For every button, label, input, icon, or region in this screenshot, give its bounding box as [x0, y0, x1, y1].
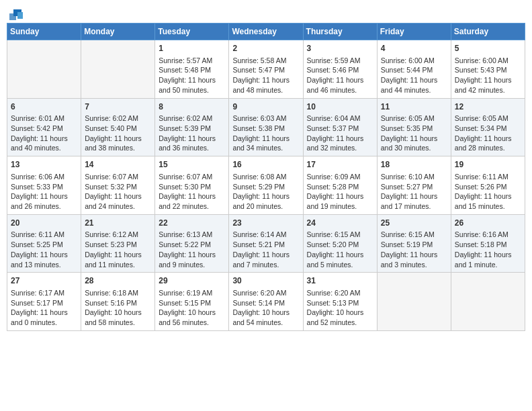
day-info: Sunrise: 6:05 AM Sunset: 5:34 PM Dayligh…: [455, 113, 521, 153]
day-info: Sunrise: 6:00 AM Sunset: 5:44 PM Dayligh…: [381, 56, 447, 95]
day-info: Sunrise: 6:11 AM Sunset: 5:25 PM Dayligh…: [11, 230, 77, 269]
header-cell-saturday: Saturday: [451, 24, 525, 40]
calendar-cell: 17Sunrise: 6:09 AM Sunset: 5:28 PM Dayli…: [303, 156, 377, 215]
day-number: 26: [455, 218, 521, 229]
day-info: Sunrise: 6:12 AM Sunset: 5:23 PM Dayligh…: [85, 230, 151, 269]
day-number: 12: [455, 101, 521, 113]
calendar-cell: [451, 273, 525, 331]
calendar-cell: [377, 273, 451, 331]
day-info: Sunrise: 6:19 AM Sunset: 5:15 PM Dayligh…: [159, 288, 225, 328]
day-info: Sunrise: 6:16 AM Sunset: 5:18 PM Dayligh…: [455, 230, 521, 269]
day-info: Sunrise: 6:09 AM Sunset: 5:28 PM Dayligh…: [307, 172, 373, 212]
day-number: 5: [455, 43, 521, 54]
calendar-cell: 25Sunrise: 6:15 AM Sunset: 5:19 PM Dayli…: [377, 214, 451, 273]
header-row: SundayMondayTuesdayWednesdayThursdayFrid…: [7, 24, 525, 40]
calendar-cell: 11Sunrise: 6:05 AM Sunset: 5:35 PM Dayli…: [377, 98, 451, 156]
day-info: Sunrise: 6:04 AM Sunset: 5:37 PM Dayligh…: [307, 113, 373, 153]
day-number: 30: [232, 275, 299, 287]
day-number: 4: [381, 43, 447, 54]
day-info: Sunrise: 6:11 AM Sunset: 5:26 PM Dayligh…: [455, 172, 521, 212]
day-number: 6: [11, 101, 77, 113]
calendar-week-1: 1Sunrise: 5:57 AM Sunset: 5:48 PM Daylig…: [7, 40, 525, 99]
calendar-cell: [81, 40, 155, 99]
calendar-week-3: 13Sunrise: 6:06 AM Sunset: 5:33 PM Dayli…: [7, 156, 525, 215]
day-number: 13: [11, 159, 77, 171]
calendar-week-4: 20Sunrise: 6:11 AM Sunset: 5:25 PM Dayli…: [7, 214, 525, 273]
day-number: 21: [85, 218, 151, 229]
page-header: [7, 7, 525, 19]
day-number: 2: [232, 43, 299, 54]
day-number: 1: [159, 43, 225, 54]
day-info: Sunrise: 6:03 AM Sunset: 5:38 PM Dayligh…: [232, 113, 299, 153]
calendar-cell: 20Sunrise: 6:11 AM Sunset: 5:25 PM Dayli…: [7, 214, 81, 273]
calendar-cell: 29Sunrise: 6:19 AM Sunset: 5:15 PM Dayli…: [155, 273, 229, 331]
logo: [7, 7, 23, 19]
day-number: 8: [159, 101, 225, 113]
day-number: 9: [232, 101, 299, 113]
calendar-cell: 15Sunrise: 6:07 AM Sunset: 5:30 PM Dayli…: [155, 156, 229, 215]
calendar-cell: 28Sunrise: 6:18 AM Sunset: 5:16 PM Dayli…: [81, 273, 155, 331]
header-cell-tuesday: Tuesday: [155, 24, 229, 40]
day-number: 27: [11, 275, 77, 287]
calendar-cell: 31Sunrise: 6:20 AM Sunset: 5:13 PM Dayli…: [303, 273, 377, 331]
calendar-table: SundayMondayTuesdayWednesdayThursdayFrid…: [7, 23, 525, 331]
day-info: Sunrise: 6:14 AM Sunset: 5:21 PM Dayligh…: [232, 230, 299, 269]
day-number: 18: [381, 159, 447, 171]
day-info: Sunrise: 5:59 AM Sunset: 5:46 PM Dayligh…: [307, 56, 373, 95]
calendar-cell: 24Sunrise: 6:15 AM Sunset: 5:20 PM Dayli…: [303, 214, 377, 273]
calendar-cell: 19Sunrise: 6:11 AM Sunset: 5:26 PM Dayli…: [451, 156, 525, 215]
svg-marker-1: [17, 12, 23, 19]
svg-marker-2: [9, 13, 16, 20]
calendar-cell: 21Sunrise: 6:12 AM Sunset: 5:23 PM Dayli…: [81, 214, 155, 273]
day-info: Sunrise: 6:07 AM Sunset: 5:30 PM Dayligh…: [159, 172, 225, 212]
day-info: Sunrise: 6:01 AM Sunset: 5:42 PM Dayligh…: [11, 113, 77, 153]
calendar-cell: [7, 40, 81, 99]
day-info: Sunrise: 6:18 AM Sunset: 5:16 PM Dayligh…: [85, 288, 151, 328]
calendar-cell: 1Sunrise: 5:57 AM Sunset: 5:48 PM Daylig…: [155, 40, 229, 99]
header-cell-sunday: Sunday: [7, 24, 81, 40]
day-info: Sunrise: 6:20 AM Sunset: 5:14 PM Dayligh…: [232, 288, 299, 328]
day-info: Sunrise: 5:58 AM Sunset: 5:47 PM Dayligh…: [232, 56, 299, 95]
calendar-cell: 27Sunrise: 6:17 AM Sunset: 5:17 PM Dayli…: [7, 273, 81, 331]
day-info: Sunrise: 6:13 AM Sunset: 5:22 PM Dayligh…: [159, 230, 225, 269]
day-number: 23: [232, 218, 299, 229]
day-number: 7: [85, 101, 151, 113]
calendar-cell: 7Sunrise: 6:02 AM Sunset: 5:40 PM Daylig…: [81, 98, 155, 156]
day-number: 15: [159, 159, 225, 171]
calendar-cell: 22Sunrise: 6:13 AM Sunset: 5:22 PM Dayli…: [155, 214, 229, 273]
day-info: Sunrise: 6:08 AM Sunset: 5:29 PM Dayligh…: [232, 172, 299, 212]
day-number: 3: [307, 43, 373, 54]
day-number: 24: [307, 218, 373, 229]
day-number: 11: [381, 101, 447, 113]
calendar-cell: 16Sunrise: 6:08 AM Sunset: 5:29 PM Dayli…: [229, 156, 303, 215]
calendar-cell: 8Sunrise: 6:02 AM Sunset: 5:39 PM Daylig…: [155, 98, 229, 156]
day-info: Sunrise: 6:17 AM Sunset: 5:17 PM Dayligh…: [11, 288, 77, 328]
calendar-cell: 6Sunrise: 6:01 AM Sunset: 5:42 PM Daylig…: [7, 98, 81, 156]
calendar-cell: 14Sunrise: 6:07 AM Sunset: 5:32 PM Dayli…: [81, 156, 155, 215]
day-number: 28: [85, 275, 151, 287]
header-cell-friday: Friday: [377, 24, 451, 40]
day-number: 10: [307, 101, 373, 113]
calendar-cell: 23Sunrise: 6:14 AM Sunset: 5:21 PM Dayli…: [229, 214, 303, 273]
day-number: 19: [455, 159, 521, 171]
logo-icon: [8, 7, 23, 21]
calendar-cell: 9Sunrise: 6:03 AM Sunset: 5:38 PM Daylig…: [229, 98, 303, 156]
calendar-cell: 4Sunrise: 6:00 AM Sunset: 5:44 PM Daylig…: [377, 40, 451, 99]
day-info: Sunrise: 6:06 AM Sunset: 5:33 PM Dayligh…: [11, 172, 77, 212]
day-number: 16: [232, 159, 299, 171]
day-info: Sunrise: 6:15 AM Sunset: 5:19 PM Dayligh…: [381, 230, 447, 269]
day-info: Sunrise: 6:20 AM Sunset: 5:13 PM Dayligh…: [307, 288, 373, 328]
header-cell-monday: Monday: [81, 24, 155, 40]
day-info: Sunrise: 6:10 AM Sunset: 5:27 PM Dayligh…: [381, 172, 447, 212]
calendar-cell: 12Sunrise: 6:05 AM Sunset: 5:34 PM Dayli…: [451, 98, 525, 156]
calendar-cell: 30Sunrise: 6:20 AM Sunset: 5:14 PM Dayli…: [229, 273, 303, 331]
day-number: 14: [85, 159, 151, 171]
calendar-cell: 3Sunrise: 5:59 AM Sunset: 5:46 PM Daylig…: [303, 40, 377, 99]
day-number: 29: [159, 275, 225, 287]
calendar-cell: 2Sunrise: 5:58 AM Sunset: 5:47 PM Daylig…: [229, 40, 303, 99]
day-number: 22: [159, 218, 225, 229]
day-info: Sunrise: 5:57 AM Sunset: 5:48 PM Dayligh…: [159, 56, 225, 95]
day-info: Sunrise: 6:07 AM Sunset: 5:32 PM Dayligh…: [85, 172, 151, 212]
day-number: 31: [307, 275, 373, 287]
day-info: Sunrise: 6:02 AM Sunset: 5:40 PM Dayligh…: [85, 113, 151, 153]
